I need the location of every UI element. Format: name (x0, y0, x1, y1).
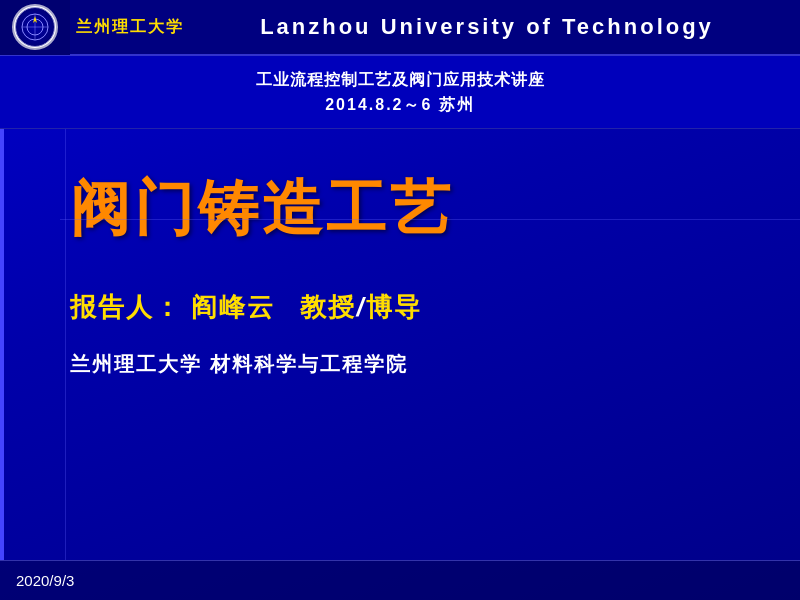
reporter-name: 阎峰云 (191, 292, 275, 322)
main-title: 阀门铸造工艺 (70, 169, 740, 250)
reporter-label: 报告人： (70, 292, 182, 322)
logo-area (0, 0, 70, 55)
reporter-title2: 博导 (366, 292, 422, 322)
main-title-area: 阀门铸造工艺 (0, 129, 800, 270)
logo-circle (12, 4, 58, 50)
reporter-slash: / (356, 292, 365, 322)
institution-area: 兰州理工大学 材料科学与工程学院 (0, 335, 800, 388)
reporter-title1: 教授 (300, 292, 356, 322)
header: 兰州理工大学 Lanzhou University of Technology (0, 0, 800, 56)
subtitle-line2: 2014.8.2～6 苏州 (0, 95, 800, 116)
institution-text: 兰州理工大学 材料科学与工程学院 (70, 351, 740, 378)
left-accent (0, 129, 4, 560)
logo-inner (15, 7, 55, 47)
subtitle-line1: 工业流程控制工艺及阀门应用技术讲座 (0, 70, 800, 91)
reporter-area: 报告人： 阎峰云 教授/博导 (0, 270, 800, 335)
footer: 2020/9/3 (0, 560, 800, 600)
crosshair-h1 (60, 219, 800, 220)
header-title-en: Lanzhou University of Technology (184, 14, 800, 40)
crosshair-v1 (65, 129, 66, 560)
footer-date: 2020/9/3 (16, 572, 74, 589)
subtitle-bar: 工业流程控制工艺及阀门应用技术讲座 2014.8.2～6 苏州 (0, 56, 800, 129)
slide: 兰州理工大学 Lanzhou University of Technology … (0, 0, 800, 600)
reporter-line: 报告人： 阎峰云 教授/博导 (70, 290, 740, 325)
content-area: 阀门铸造工艺 报告人： 阎峰云 教授/博导 兰州理工大学 材料科学与工程学院 (0, 129, 800, 560)
logo-text-cn: 兰州理工大学 (76, 17, 184, 38)
